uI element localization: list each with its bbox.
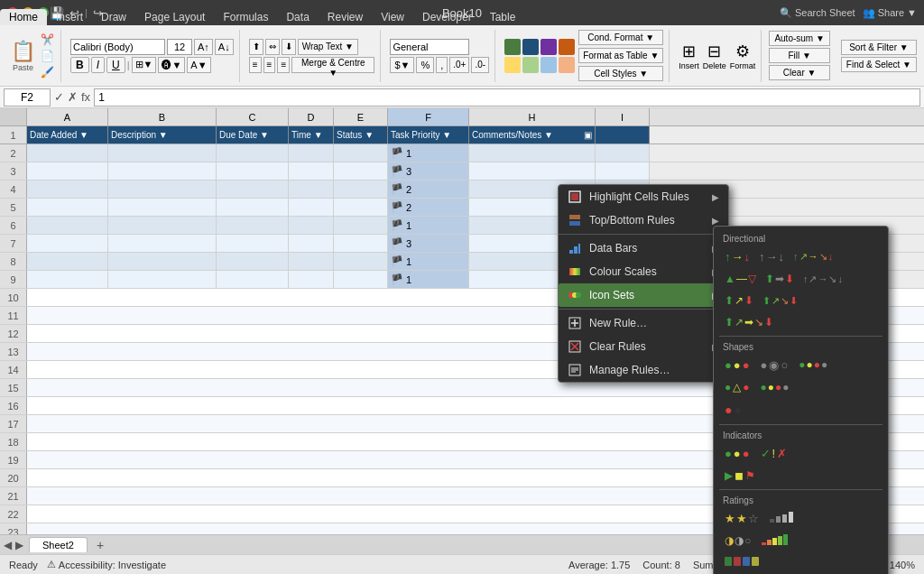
- col-header-c[interactable]: C: [217, 108, 289, 125]
- tab-review[interactable]: Review: [319, 9, 372, 25]
- sheet-add-button[interactable]: +: [89, 536, 111, 554]
- clear-button[interactable]: Clear ▼: [769, 65, 829, 80]
- table-row[interactable]: 2 🏴1: [0, 144, 924, 162]
- underline-button[interactable]: U: [106, 57, 125, 73]
- font-size-decrease[interactable]: A↓: [215, 39, 234, 55]
- cell-d1[interactable]: Time ▼: [289, 126, 334, 144]
- align-bottom[interactable]: ⬇: [282, 39, 296, 55]
- font-size-input[interactable]: [167, 39, 192, 55]
- icon-set-5arrows-colored[interactable]: ↑↗→↘↓: [791, 249, 835, 264]
- icon-set-4bars[interactable]: [768, 510, 797, 527]
- font-color-button[interactable]: A▼: [187, 57, 210, 73]
- conditional-formatting-menu[interactable]: Highlight Cells Rules ▶ Top/Bottom Rules…: [558, 184, 729, 383]
- table-row[interactable]: 4 🏴2: [0, 181, 924, 199]
- autosum-button[interactable]: Auto-sum ▼: [769, 31, 829, 46]
- priority-cell-f7[interactable]: 🏴3: [388, 235, 469, 252]
- icon-set-check-x[interactable]: ✓!✗: [759, 445, 790, 462]
- menu-item-managerules[interactable]: Manage Rules…: [559, 358, 728, 382]
- icon-set-5bars-colored[interactable]: [760, 532, 796, 549]
- icon-set-flags[interactable]: ▶◼⚑: [723, 468, 757, 484]
- tab-home[interactable]: Home: [0, 9, 47, 25]
- icon-set-4circles[interactable]: ●●●●: [797, 356, 829, 374]
- priority-cell-f3[interactable]: 🏴3: [388, 162, 469, 180]
- icon-set-3signals-colored[interactable]: ●●●: [723, 445, 752, 462]
- sheet-tab-sheet2[interactable]: Sheet2: [29, 537, 88, 552]
- align-center[interactable]: ≡: [263, 57, 276, 73]
- comma-button[interactable]: ,: [436, 57, 448, 73]
- insert-button[interactable]: ⊞ Insert: [679, 42, 699, 70]
- style-swatch-5[interactable]: [504, 57, 521, 73]
- menu-item-colorscales[interactable]: Colour Scales ▶: [559, 260, 728, 283]
- icon-set-3circles-gray[interactable]: ●◉○: [759, 356, 790, 374]
- icon-set-shapes3[interactable]: ●●●●: [759, 379, 791, 395]
- align-left[interactable]: ≡: [249, 57, 262, 73]
- priority-cell-f4[interactable]: 🏴2: [388, 181, 469, 198]
- icon-set-2circles[interactable]: ●●: [723, 401, 744, 419]
- sheet-prev-button[interactable]: ◀: [4, 539, 12, 551]
- sort-filter-button[interactable]: Sort & Filter ▼: [841, 40, 917, 55]
- align-right[interactable]: ≡: [277, 57, 290, 73]
- icon-set-3arrows-filled[interactable]: ⬆➡⬇: [763, 271, 796, 287]
- icon-set-3stars[interactable]: ★★☆: [723, 510, 761, 527]
- style-swatch-4[interactable]: [559, 39, 575, 55]
- style-swatch-3[interactable]: [541, 39, 557, 55]
- merge-center[interactable]: Merge & Centre ▼: [291, 57, 374, 73]
- col-header-d[interactable]: D: [289, 108, 334, 125]
- icon-set-grid-icons[interactable]: [723, 554, 762, 569]
- col-header-e[interactable]: E: [334, 108, 388, 125]
- tab-developer[interactable]: Developer: [413, 9, 481, 25]
- tab-view[interactable]: View: [372, 9, 413, 25]
- priority-cell-f6[interactable]: 🏴1: [388, 217, 469, 234]
- find-select-button[interactable]: Find & Select ▼: [841, 57, 917, 72]
- priority-cell-f5[interactable]: 🏴2: [388, 199, 469, 216]
- number-format-input[interactable]: [390, 39, 469, 55]
- menu-item-topbottom[interactable]: Top/Bottom Rules ▶: [559, 208, 728, 232]
- menu-item-highlight-cells[interactable]: Highlight Cells Rules ▶: [559, 185, 728, 208]
- tab-pagelayout[interactable]: Page Layout: [135, 9, 214, 25]
- tab-data[interactable]: Data: [277, 9, 318, 25]
- tab-draw[interactable]: Draw: [92, 9, 135, 25]
- style-swatch-6[interactable]: [522, 57, 539, 73]
- icon-set-3arrows-colored[interactable]: ↑→↓: [723, 248, 752, 265]
- style-swatch-2[interactable]: [522, 39, 539, 55]
- format-button[interactable]: ⚙ Format: [730, 42, 756, 70]
- formula-check[interactable]: ✓: [54, 90, 64, 104]
- style-swatch-7[interactable]: [541, 57, 557, 73]
- sheet-next-button[interactable]: ▶: [15, 539, 23, 551]
- cell-b1[interactable]: Description ▼: [108, 126, 217, 144]
- search-box[interactable]: 🔍 Search Sheet: [780, 7, 855, 19]
- icon-sets-submenu[interactable]: Directional ↑→↓ ↑→↓ ↑↗→↘↓: [713, 226, 889, 574]
- icon-set-3triangles[interactable]: ▲—▽: [723, 271, 758, 287]
- tab-table[interactable]: Table: [481, 9, 525, 25]
- cut-button[interactable]: ✂️: [40, 32, 55, 47]
- icon-set-dir3[interactable]: ⬆↗⬇: [723, 292, 755, 309]
- cell-i1[interactable]: [596, 126, 650, 144]
- cell-a1[interactable]: Date Added ▼: [27, 126, 108, 144]
- menu-item-clearrules[interactable]: Clear Rules ▶: [559, 335, 728, 358]
- icon-set-dir5[interactable]: ⬆↗➡↘⬇: [723, 314, 775, 330]
- cell-h1[interactable]: Comments/Notes ▼ ▣: [469, 126, 596, 144]
- font-size-increase[interactable]: A↑: [194, 39, 213, 55]
- icon-set-5quarters[interactable]: ◑◑○: [723, 532, 753, 549]
- wrap-text[interactable]: Wrap Text ▼: [298, 39, 358, 55]
- paste-button[interactable]: 📋 Paste: [9, 38, 37, 74]
- copy-button[interactable]: 📄: [40, 49, 55, 63]
- bold-button[interactable]: B: [70, 57, 89, 73]
- font-name-input[interactable]: [70, 39, 165, 55]
- tab-formulas[interactable]: Formulas: [214, 9, 277, 25]
- style-swatch-8[interactable]: [559, 57, 575, 73]
- icon-set-3arrows-gray[interactable]: ↑→↓: [757, 248, 786, 265]
- formula-input[interactable]: 1: [94, 88, 920, 106]
- cell-c1[interactable]: Due Date ▼: [217, 126, 289, 144]
- formula-cancel[interactable]: ✗: [68, 90, 78, 104]
- share-button[interactable]: 👥 Share ▼: [863, 7, 917, 19]
- fill-button[interactable]: Fill ▼: [769, 48, 829, 63]
- formula-function[interactable]: fx: [81, 90, 90, 104]
- col-header-f[interactable]: F: [388, 108, 469, 125]
- menu-item-newrule[interactable]: New Rule…: [559, 311, 728, 335]
- priority-cell-f9[interactable]: 🏴1: [388, 271, 469, 288]
- tab-insert[interactable]: Insert: [47, 9, 92, 25]
- col-header-a[interactable]: A: [27, 108, 108, 125]
- cell-styles-button[interactable]: Cell Styles ▼: [578, 66, 663, 81]
- icon-set-shapes2[interactable]: ●△●: [723, 379, 752, 395]
